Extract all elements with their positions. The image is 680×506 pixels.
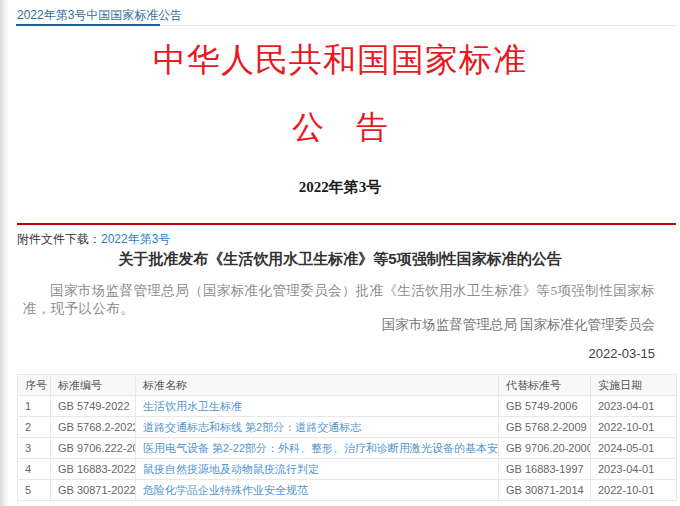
attachment-row: 附件文件下载：2022年第3号 bbox=[17, 231, 170, 248]
red-divider bbox=[17, 223, 676, 225]
cell-replaces: GB 16883-1997 bbox=[499, 459, 591, 480]
standards-table-body: 1 GB 5749-2022 生活饮用水卫生标准 GB 5749-2006 20… bbox=[18, 396, 677, 501]
attachment-link[interactable]: 2022年第3号 bbox=[101, 232, 170, 246]
cell-code: GB 5749-2022 bbox=[51, 396, 136, 417]
standard-name-link[interactable]: 医用电气设备 第2-22部分：外科、整形、治疗和诊断用激光设备的基本安全和基本性… bbox=[143, 442, 499, 454]
cell-code: GB 30871-2022 bbox=[51, 480, 136, 501]
cell-name: 危险化学品企业特殊作业安全规范 bbox=[136, 480, 499, 501]
table-row: 4 GB 16883-2022 鼠疫自然疫源地及动物鼠疫流行判定 GB 1688… bbox=[18, 459, 677, 480]
cell-name: 生活饮用水卫生标准 bbox=[136, 396, 499, 417]
cell-name: 道路交通标志和标线 第2部分：道路交通标志 bbox=[136, 417, 499, 438]
issuing-authorities: 国家市场监督管理总局 国家标准化管理委员会 bbox=[382, 316, 655, 334]
cell-effective: 2024-05-01 bbox=[591, 438, 677, 459]
cell-index: 3 bbox=[18, 438, 51, 459]
cell-effective: 2023-04-01 bbox=[591, 396, 677, 417]
document-subtitle-gonggao: 公 告 bbox=[0, 106, 680, 150]
standard-name-link[interactable]: 生活饮用水卫生标准 bbox=[143, 400, 242, 412]
standard-name-link[interactable]: 道路交通标志和标线 第2部分：道路交通标志 bbox=[143, 421, 361, 433]
cell-replaces: GB 5749-2006 bbox=[499, 396, 591, 417]
tab-active-underline bbox=[16, 24, 160, 26]
col-header-code: 标准编号 bbox=[51, 375, 136, 396]
col-header-name: 标准名称 bbox=[136, 375, 499, 396]
issue-number: 2022年第3号 bbox=[0, 178, 680, 197]
cell-replaces: GB 5768.2-2009 bbox=[499, 417, 591, 438]
cell-name: 医用电气设备 第2-22部分：外科、整形、治疗和诊断用激光设备的基本安全和基本性… bbox=[136, 438, 499, 459]
document-title: 中华人民共和国国家标准 bbox=[0, 38, 680, 83]
cell-code: GB 16883-2022 bbox=[51, 459, 136, 480]
cell-index: 1 bbox=[18, 396, 51, 417]
table-row: 5 GB 30871-2022 危险化学品企业特殊作业安全规范 GB 30871… bbox=[18, 480, 677, 501]
cell-index: 5 bbox=[18, 480, 51, 501]
table-row: 2 GB 5768.2-2022 道路交通标志和标线 第2部分：道路交通标志 G… bbox=[18, 417, 677, 438]
notice-title: 关于批准发布《生活饮用水卫生标准》等5项强制性国家标准的公告 bbox=[0, 250, 680, 269]
cell-replaces: GB 30871-2014 bbox=[499, 480, 591, 501]
table-header-row: 序号 标准编号 标准名称 代替标准号 实施日期 bbox=[18, 375, 677, 396]
standard-name-link[interactable]: 鼠疫自然疫源地及动物鼠疫流行判定 bbox=[143, 463, 319, 475]
standard-name-link[interactable]: 危险化学品企业特殊作业安全规范 bbox=[143, 484, 308, 496]
col-header-index: 序号 bbox=[18, 375, 51, 396]
attachment-label: 附件文件下载： bbox=[17, 232, 101, 246]
body-paragraph: 国家市场监督管理总局（国家标准化管理委员会）批准《生活饮用水卫生标准》等5项强制… bbox=[23, 282, 657, 318]
table-row: 3 GB 9706.222-2022 医用电气设备 第2-22部分：外科、整形、… bbox=[18, 438, 677, 459]
cell-effective: 2023-04-01 bbox=[591, 459, 677, 480]
cell-effective: 2022-10-01 bbox=[591, 417, 677, 438]
table-row: 1 GB 5749-2022 生活饮用水卫生标准 GB 5749-2006 20… bbox=[18, 396, 677, 417]
cell-replaces: GB 9706.20-2000 bbox=[499, 438, 591, 459]
cell-index: 2 bbox=[18, 417, 51, 438]
cell-code: GB 5768.2-2022 bbox=[51, 417, 136, 438]
announcement-page: 2022年第3号中国国家标准公告 中华人民共和国国家标准 公 告 2022年第3… bbox=[0, 0, 680, 506]
publish-date: 2022-03-15 bbox=[589, 346, 656, 361]
breadcrumb-tab-title[interactable]: 2022年第3号中国国家标准公告 bbox=[17, 7, 182, 24]
standards-table: 序号 标准编号 标准名称 代替标准号 实施日期 1 GB 5749-2022 生… bbox=[17, 374, 677, 501]
cell-index: 4 bbox=[18, 459, 51, 480]
cell-code: GB 9706.222-2022 bbox=[51, 438, 136, 459]
cell-effective: 2022-10-01 bbox=[591, 480, 677, 501]
col-header-effective: 实施日期 bbox=[591, 375, 677, 396]
cell-name: 鼠疫自然疫源地及动物鼠疫流行判定 bbox=[136, 459, 499, 480]
col-header-replaces: 代替标准号 bbox=[499, 375, 591, 396]
